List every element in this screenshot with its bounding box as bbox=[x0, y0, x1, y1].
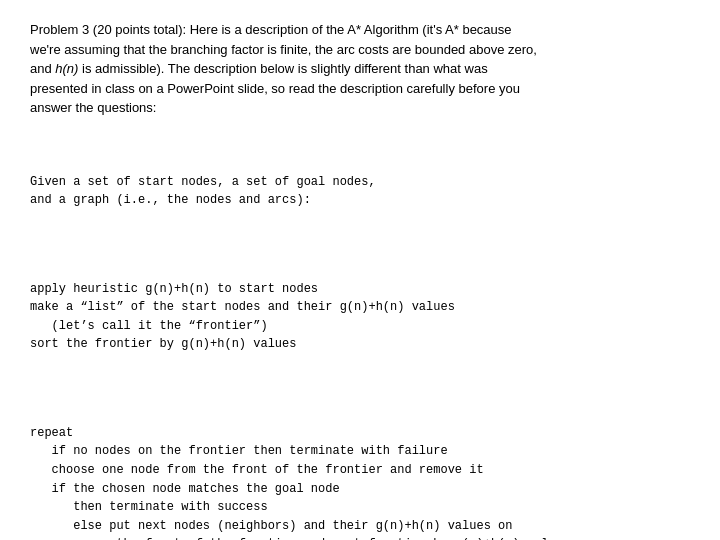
code-given-text: Given a set of start nodes, a set of goa… bbox=[30, 175, 376, 208]
page-container: Problem 3 (20 points total): Here is a d… bbox=[0, 0, 720, 540]
intro-line2: we're assuming that the branching factor… bbox=[30, 42, 537, 57]
intro-paragraph: Problem 3 (20 points total): Here is a d… bbox=[30, 20, 690, 118]
intro-line3: and h(n) is admissible). The description… bbox=[30, 61, 488, 76]
code-section-given: Given a set of start nodes, a set of goa… bbox=[30, 173, 690, 210]
code-block: Given a set of start nodes, a set of goa… bbox=[30, 136, 690, 541]
code-section-apply: apply heuristic g(n)+h(n) to start nodes… bbox=[30, 280, 690, 354]
intro-line1: Problem 3 (20 points total): Here is a d… bbox=[30, 22, 512, 37]
intro-line5: answer the questions: bbox=[30, 100, 156, 115]
italic-hn: h(n) bbox=[55, 61, 78, 76]
code-apply-text: apply heuristic g(n)+h(n) to start nodes… bbox=[30, 282, 455, 352]
code-repeat-text: repeat if no nodes on the frontier then … bbox=[30, 426, 570, 540]
code-section-repeat: repeat if no nodes on the frontier then … bbox=[30, 424, 690, 540]
intro-line4: presented in class on a PowerPoint slide… bbox=[30, 81, 520, 96]
